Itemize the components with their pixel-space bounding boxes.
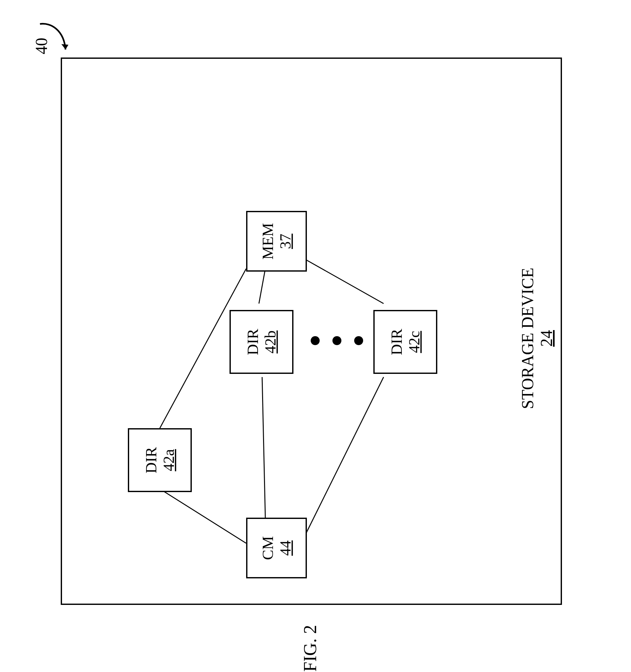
dir-c-node: DIR 42c — [373, 310, 437, 374]
reference-arrow-icon — [35, 19, 73, 57]
dir-a-ref: 42a — [160, 447, 178, 474]
cm-ref: 44 — [277, 536, 294, 560]
figure-caption: FIG. 2 — [300, 608, 320, 672]
container-title-ref: 24 — [537, 242, 556, 434]
cm-label: CM — [259, 536, 276, 560]
dir-a-label: DIR — [143, 447, 160, 474]
dir-c-ref: 42c — [405, 329, 423, 355]
dir-b-ref: 42b — [261, 329, 279, 355]
container-title: STORAGE DEVICE 24 — [518, 242, 556, 434]
cm-node: CM 44 — [246, 518, 307, 578]
ellipsis-dot — [332, 336, 342, 345]
storage-device-container — [61, 57, 562, 605]
dir-c-label: DIR — [388, 329, 405, 355]
ellipsis-dot — [354, 336, 363, 345]
dir-a-node: DIR 42a — [128, 428, 192, 492]
ellipsis-dot — [311, 336, 320, 345]
mem-node: MEM 37 — [246, 211, 307, 272]
mem-ref: 37 — [277, 223, 294, 260]
mem-label: MEM — [259, 223, 276, 260]
dir-b-label: DIR — [244, 329, 261, 355]
dir-b-node: DIR 42b — [230, 310, 294, 374]
diagram-canvas: 40 STORAGE DEVICE 24 MEM 37 DIR — [0, 0, 631, 672]
container-title-text: STORAGE DEVICE — [518, 268, 537, 409]
